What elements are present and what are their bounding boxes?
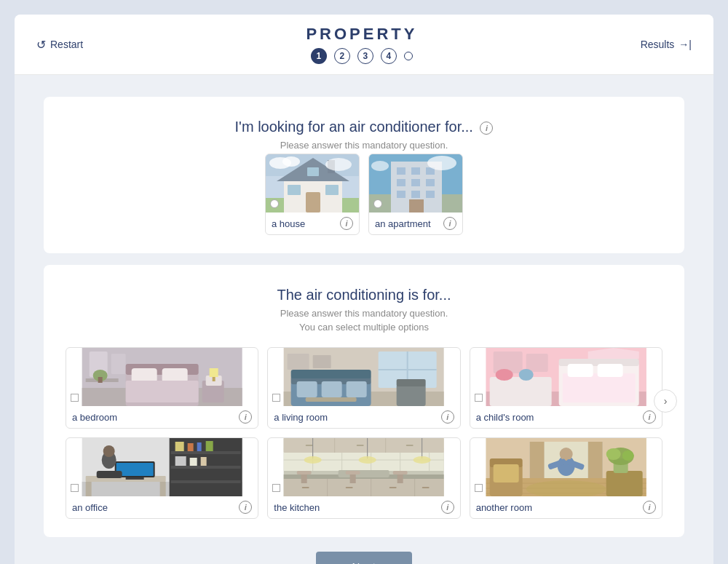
svg-rect-16 — [397, 167, 405, 175]
svg-rect-22 — [397, 191, 405, 198]
office-svg — [66, 438, 258, 496]
svg-point-153 — [559, 448, 572, 461]
apartment-radio[interactable] — [373, 199, 382, 208]
svg-rect-20 — [411, 179, 420, 186]
restart-icon: ↺ — [36, 38, 46, 52]
svg-rect-17 — [411, 167, 420, 175]
svg-rect-66 — [562, 373, 635, 402]
svg-rect-23 — [411, 191, 420, 198]
svg-rect-84 — [175, 456, 186, 466]
svg-rect-71 — [526, 354, 547, 372]
restart-label: Restart — [50, 39, 83, 50]
bedroom-card[interactable]: a bedroom i — [66, 347, 258, 429]
property-cards-row: a house i — [66, 154, 662, 235]
anotherroom-card[interactable]: another room i — [470, 437, 662, 519]
section2-note: You can select multiple options — [66, 322, 662, 333]
office-checkbox[interactable] — [71, 484, 79, 492]
next-button[interactable]: Next — [316, 552, 413, 564]
room-cards-grid: a bedroom i — [66, 347, 662, 519]
step-4[interactable]: 4 — [381, 48, 397, 64]
apartment-label: an apartment i — [369, 213, 462, 234]
bedroom-checkbox[interactable] — [71, 394, 79, 402]
svg-rect-79 — [171, 480, 241, 483]
bedroom-image — [66, 348, 258, 406]
svg-rect-116 — [302, 487, 309, 488]
svg-rect-78 — [171, 466, 241, 469]
childroom-info-icon[interactable]: i — [643, 410, 656, 424]
svg-rect-24 — [426, 191, 435, 198]
action-row: Next — [44, 552, 684, 564]
app-title: PROPERTY — [306, 25, 417, 44]
section1-info-icon[interactable]: i — [480, 122, 493, 135]
livingroom-info-icon[interactable]: i — [441, 410, 454, 424]
childroom-card[interactable]: a child's room i — [470, 347, 662, 429]
svg-rect-140 — [529, 442, 544, 478]
anotherroom-checkbox[interactable] — [475, 484, 483, 492]
results-button[interactable]: Results →| — [641, 39, 692, 50]
svg-rect-52 — [297, 381, 317, 397]
anotherroom-info-icon[interactable]: i — [643, 501, 656, 514]
apartment-image — [369, 154, 463, 213]
kitchen-info-icon[interactable]: i — [441, 501, 454, 514]
property-type-section: I'm looking for an air conditioner for..… — [44, 97, 684, 253]
svg-rect-129 — [346, 471, 360, 474]
house-radio[interactable] — [270, 199, 279, 208]
livingroom-card[interactable]: a living room i — [267, 347, 460, 429]
svg-rect-89 — [160, 482, 166, 496]
office-info-icon[interactable]: i — [239, 501, 252, 514]
svg-rect-127 — [297, 471, 312, 474]
kitchen-label: the kitchen i — [268, 496, 459, 518]
svg-rect-8 — [307, 167, 319, 176]
office-card[interactable]: an office i — [66, 437, 258, 519]
childroom-checkbox[interactable] — [475, 394, 483, 402]
restart-button[interactable]: ↺ Restart — [36, 38, 83, 52]
svg-rect-110 — [406, 445, 414, 446]
svg-rect-128 — [301, 474, 307, 483]
apartment-svg — [369, 154, 463, 213]
svg-rect-81 — [188, 443, 194, 451]
svg-rect-146 — [606, 471, 642, 496]
results-label: Results — [641, 39, 675, 50]
office-label: an office i — [66, 496, 258, 518]
house-label: a house i — [266, 213, 359, 234]
kitchen-card[interactable]: the kitchen i — [267, 437, 460, 519]
top-bar: ↺ Restart PROPERTY 1 2 3 4 Results →| — [15, 15, 713, 75]
bedroom-info-icon[interactable]: i — [239, 410, 252, 424]
house-info-icon[interactable]: i — [340, 217, 353, 230]
svg-rect-21 — [426, 179, 435, 186]
svg-rect-6 — [288, 185, 301, 195]
svg-point-11 — [282, 156, 300, 167]
chevron-right-icon: › — [664, 395, 668, 407]
step-3[interactable]: 3 — [357, 48, 373, 64]
svg-point-124 — [359, 456, 376, 464]
livingroom-image — [268, 348, 459, 406]
title-area: PROPERTY 1 2 3 4 — [306, 25, 417, 64]
svg-point-26 — [427, 156, 456, 170]
house-card[interactable]: a house i — [265, 154, 360, 235]
svg-rect-117 — [346, 487, 353, 488]
svg-rect-55 — [306, 397, 357, 402]
svg-rect-130 — [350, 474, 356, 483]
svg-rect-131 — [393, 471, 408, 474]
room-type-section: The air conditioning is for... Please an… — [44, 265, 684, 537]
kitchen-checkbox[interactable] — [272, 484, 280, 492]
apartment-info-icon[interactable]: i — [443, 217, 456, 230]
svg-rect-86 — [201, 457, 207, 466]
apartment-card[interactable]: an apartment i — [368, 154, 463, 235]
kitchen-image — [268, 438, 459, 496]
step-1[interactable]: 1 — [311, 48, 327, 64]
livingroom-checkbox[interactable] — [272, 394, 280, 402]
step-5[interactable] — [404, 52, 413, 60]
svg-rect-59 — [397, 379, 426, 386]
house-image — [266, 154, 360, 213]
bedroom-label: a bedroom i — [66, 406, 258, 428]
svg-rect-54 — [347, 381, 367, 397]
step-2[interactable]: 2 — [334, 48, 350, 64]
main-content: I'm looking for an air conditioner for..… — [15, 75, 713, 564]
anotherroom-svg — [470, 438, 662, 496]
svg-rect-39 — [210, 368, 218, 377]
next-arrow-button[interactable]: › — [654, 389, 677, 413]
svg-rect-56 — [288, 354, 309, 370]
svg-rect-92 — [126, 477, 144, 480]
childroom-image — [470, 348, 662, 406]
